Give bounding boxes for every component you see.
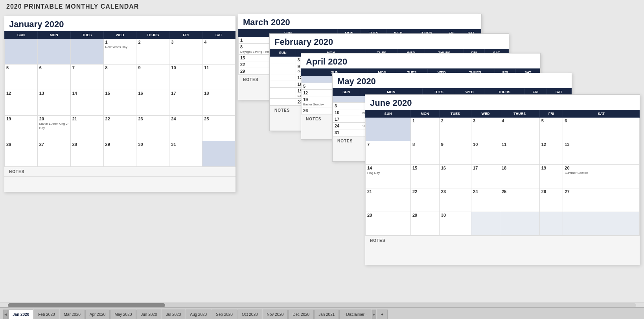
table-cell: 22 xyxy=(103,116,136,141)
table-row: 21 22 23 24 25 26 27 xyxy=(366,188,640,212)
tab-oct-2020[interactable]: Oct 2020 xyxy=(237,310,262,319)
table-cell: 31 xyxy=(169,141,202,167)
table-cell: 5 xyxy=(539,118,563,141)
june-table: SUN MON TUES WED THURS FRI SAT 1 2 3 4 5 xyxy=(365,110,640,236)
table-row: 5 6 7 8 9 10 11 xyxy=(5,65,236,90)
scrollbar-container xyxy=(0,302,644,307)
table-cell xyxy=(5,39,38,65)
tab-feb-2020[interactable]: Feb 2020 xyxy=(34,310,59,319)
table-cell xyxy=(270,74,296,81)
table-cell xyxy=(500,212,539,236)
table-cell: 7 xyxy=(70,65,103,90)
tab-jan-2020[interactable]: Jan 2020 xyxy=(8,310,33,319)
january-notes: NOTES xyxy=(4,167,236,176)
tab-jan-2021[interactable]: Jan 2021 xyxy=(314,310,339,319)
jun-header-sat: SAT xyxy=(563,110,640,118)
table-cell: 20Summer Solstice xyxy=(563,165,640,188)
table-cell xyxy=(270,88,296,99)
jun-header-sun: SUN xyxy=(366,110,411,118)
june-title: June 2020 xyxy=(365,95,640,110)
may-title: May 2020 xyxy=(333,73,572,88)
jun-header-wed: WED xyxy=(471,110,500,118)
tab-scroll-left[interactable]: ◀ xyxy=(3,310,8,319)
table-row: 12 13 14 15 16 17 18 xyxy=(5,90,236,116)
tab-add[interactable]: + xyxy=(377,310,388,319)
table-cell: 24 xyxy=(471,188,500,212)
table-cell xyxy=(471,212,500,236)
table-row: 28 29 30 xyxy=(366,212,640,236)
tab-jun-2020[interactable]: Jun 2020 xyxy=(136,310,161,319)
table-cell: 16 xyxy=(439,165,471,188)
table-row: 1 2 3 4 5 6 xyxy=(366,118,640,141)
table-cell xyxy=(202,141,236,167)
table-cell: 24 xyxy=(333,123,360,129)
table-cell: 30 xyxy=(136,141,169,167)
table-cell: 5 xyxy=(5,65,38,90)
jun-header-mon: MON xyxy=(410,110,439,118)
table-cell: 25 xyxy=(202,116,236,141)
jun-header-thu: THURS xyxy=(500,110,539,118)
table-cell: 27 xyxy=(37,141,70,167)
table-cell: 18 xyxy=(202,90,236,116)
table-row: 7 8 9 10 11 12 13 xyxy=(366,141,640,165)
table-cell: 12 xyxy=(5,90,38,116)
table-cell: 29 xyxy=(410,212,439,236)
page-title: 2020 PRINTABLE MONTHLY CALENDAR xyxy=(0,0,644,12)
table-cell: 21 xyxy=(366,188,411,212)
table-cell: 28 xyxy=(70,141,103,167)
tab-apr-2020[interactable]: Apr 2020 xyxy=(85,310,110,319)
table-cell: 12 xyxy=(539,141,563,165)
tab-bar: ◀ Jan 2020 Feb 2020 Mar 2020 Apr 2020 Ma… xyxy=(0,307,644,319)
feb-header-sun: SUN xyxy=(270,49,296,57)
tab-sep-2020[interactable]: Sep 2020 xyxy=(212,310,237,319)
table-cell: 8 xyxy=(103,65,136,90)
table-cell: 23 xyxy=(439,188,471,212)
table-cell xyxy=(333,96,360,103)
tab-dec-2020[interactable]: Dec 2020 xyxy=(288,310,314,319)
table-cell: 3 xyxy=(333,103,360,109)
table-cell: 11 xyxy=(202,65,236,90)
table-cell: 25 xyxy=(500,188,539,212)
table-cell: 16 xyxy=(136,90,169,116)
table-cell: 3 xyxy=(169,39,202,65)
april-title: April 2020 xyxy=(301,53,540,68)
table-cell: 10 xyxy=(471,141,500,165)
february-title: February 2020 xyxy=(270,34,509,49)
table-cell: 18 xyxy=(500,165,539,188)
table-row: 1New Year's Day 2 3 4 xyxy=(5,39,236,65)
tab-may-2020[interactable]: May 2020 xyxy=(110,310,136,319)
table-cell: 19 xyxy=(539,165,563,188)
jun-header-fri: FRI xyxy=(539,110,563,118)
tab-aug-2020[interactable]: Aug 2020 xyxy=(186,310,211,319)
jan-header-thu: THURS xyxy=(136,31,169,39)
june-calendar: June 2020 SUN MON TUES WED THURS FRI SAT… xyxy=(365,94,640,265)
table-cell xyxy=(366,118,411,141)
table-cell: 7 xyxy=(366,141,411,165)
table-cell: 26 xyxy=(5,141,38,167)
january-table: SUN MON TUES WED THURS FRI SAT 1New Year… xyxy=(4,31,236,167)
table-cell: 30 xyxy=(439,212,471,236)
table-cell: 9 xyxy=(136,65,169,90)
june-notes: NOTES xyxy=(365,236,640,245)
january-calendar: January 2020 SUN MON TUES WED THURS FRI … xyxy=(4,16,236,192)
table-cell: 28 xyxy=(366,212,411,236)
table-cell: 1New Year's Day xyxy=(103,39,136,65)
tab-jul-2020[interactable]: Jul 2020 xyxy=(162,310,185,319)
table-cell: 2 xyxy=(136,39,169,65)
tab-disclaimer[interactable]: - Disclaimer - xyxy=(339,310,371,319)
table-cell: 21 xyxy=(70,116,103,141)
table-row: 26 27 28 29 30 31 xyxy=(5,141,236,167)
table-cell xyxy=(37,39,70,65)
table-cell: 15 xyxy=(410,165,439,188)
tab-mar-2020[interactable]: Mar 2020 xyxy=(60,310,85,319)
scrollbar-thumb[interactable] xyxy=(8,303,165,307)
tab-nov-2020[interactable]: Nov 2020 xyxy=(263,310,288,319)
table-row: 19 20Martin Luther King Jr Day 21 22 23 … xyxy=(5,116,236,141)
table-cell: 26 xyxy=(539,188,563,212)
table-cell: 2 xyxy=(439,118,471,141)
jan-header-tue: TUES xyxy=(70,31,103,39)
jan-header-mon: MON xyxy=(37,31,70,39)
table-cell: 1 xyxy=(410,118,439,141)
table-cell: 6 xyxy=(37,65,70,90)
tab-scroll-right[interactable]: ▶ xyxy=(372,310,376,319)
